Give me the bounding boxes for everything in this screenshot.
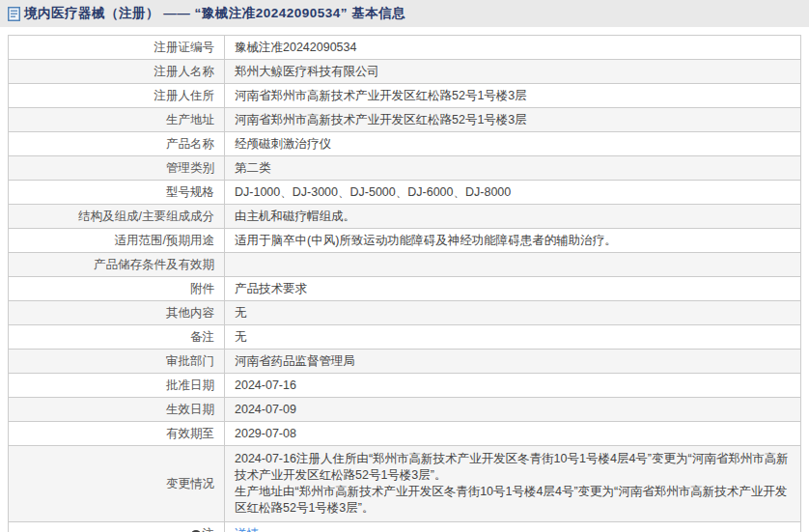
table-row: 生效日期2024-07-09 [9,398,801,422]
row-value: 无 [225,325,801,350]
row-value [225,253,801,277]
row-label: 其他内容 [9,301,225,325]
table-row: 注册证编号豫械注准20242090534 [9,36,801,60]
table-row: 结构及组成/主要组成成分由主机和磁疗帽组成。 [9,205,801,229]
row-value: 2024-07-09 [225,398,801,422]
details-link[interactable]: 详情 [235,527,259,532]
row-label: 变更情况 [9,446,225,522]
row-label: 产品名称 [9,132,225,156]
row-value: 经颅磁刺激治疗仪 [225,132,801,156]
table-row: 审批部门河南省药品监督管理局 [9,350,801,374]
row-label: 审批部门 [9,350,225,374]
row-value: 2024-07-16 [225,374,801,398]
table-row: 产品储存条件及有效期 [9,253,801,277]
row-label: 注册人名称 [9,60,225,84]
table-row: 型号规格DJ-1000、DJ-3000、DJ-5000、DJ-6000、DJ-8… [9,181,801,205]
row-label: 结构及组成/主要组成成分 [9,205,225,229]
row-label: 适用范围/预期用途 [9,229,225,253]
row-label: 批准日期 [9,374,225,398]
change-line: 2024-07-16注册人住所由“郑州市高新技术产业开发区冬青街10号1号楼4层… [235,451,791,484]
info-table-body: 注册证编号豫械注准20242090534注册人名称郑州大鲸医疗科技有限公司注册人… [9,36,801,532]
row-label: 注册人住所 [9,84,225,108]
row-value: 2029-07-08 [225,422,801,446]
table-row: 注册人名称郑州大鲸医疗科技有限公司 [9,60,801,84]
table-row: 批准日期2024-07-16 [9,374,801,398]
row-value: 适用于脑卒中(中风)所致运动功能障碍及神经功能障碍患者的辅助治疗。 [225,229,801,253]
table-row: 附件产品技术要求 [9,277,801,301]
table-row: 产品名称经颅磁刺激治疗仪 [9,132,801,156]
table-row: 其他内容无 [9,301,801,325]
row-label: 有效期至 [9,422,225,446]
row-label: 备注 [9,325,225,350]
row-value: 产品技术要求 [225,277,801,301]
row-label: 附件 [9,277,225,301]
row-value: 河南省郑州市高新技术产业开发区红松路52号1号楼3层 [225,108,801,132]
row-value: DJ-1000、DJ-3000、DJ-5000、DJ-6000、DJ-8000 [225,181,801,205]
table-row: 管理类别第二类 [9,156,801,181]
page-title: 境内医疗器械（注册） —— “豫械注准20242090534” 基本信息 [24,5,405,22]
row-label: 生效日期 [9,398,225,422]
document-icon [8,7,20,21]
table-row: 变更情况2024-07-16注册人住所由“郑州市高新技术产业开发区冬青街10号1… [9,446,801,522]
row-label: 生产地址 [9,108,225,132]
change-line: 生产地址由“郑州市高新技术产业开发区冬青街10号1号楼4层4号”变更为“河南省郑… [235,484,791,517]
row-label: 注册证编号 [9,36,225,60]
row-value: 豫械注准20242090534 [225,36,801,60]
row-value: 无 [225,301,801,325]
table-row: 适用范围/预期用途适用于脑卒中(中风)所致运动功能障碍及神经功能障碍患者的辅助治… [9,229,801,253]
registration-info-table: 注册证编号豫械注准20242090534注册人名称郑州大鲸医疗科技有限公司注册人… [8,35,801,532]
row-label: 产品储存条件及有效期 [9,253,225,277]
row-label: 管理类别 [9,156,225,181]
table-row: 注详情 [9,522,801,532]
row-value: 2024-07-16注册人住所由“郑州市高新技术产业开发区冬青街10号1号楼4层… [225,446,801,522]
table-row: 有效期至2029-07-08 [9,422,801,446]
table-row: 注册人住所河南省郑州市高新技术产业开发区红松路52号1号楼3层 [9,84,801,108]
row-label: 型号规格 [9,181,225,205]
table-row: 备注无 [9,325,801,350]
row-value: 郑州大鲸医疗科技有限公司 [225,60,801,84]
row-value: 河南省药品监督管理局 [225,350,801,374]
row-value: 详情 [225,522,801,532]
row-value: 由主机和磁疗帽组成。 [225,205,801,229]
row-value: 第二类 [225,156,801,181]
table-row: 生产地址河南省郑州市高新技术产业开发区红松路52号1号楼3层 [9,108,801,132]
title-bar: 境内医疗器械（注册） —— “豫械注准20242090534” 基本信息 [0,0,809,27]
row-value: 河南省郑州市高新技术产业开发区红松路52号1号楼3层 [225,84,801,108]
row-label: 注 [9,522,225,532]
